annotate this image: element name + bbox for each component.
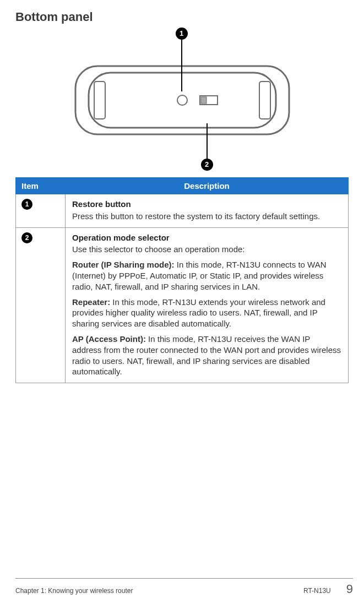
row2-item-cell: 2	[16, 227, 66, 383]
page-footer: Chapter 1: Knowing your wireless router …	[15, 578, 353, 596]
callout-2-badge: 2	[201, 159, 213, 171]
row2-mode-router: Router (IP Sharing mode): In this mode, …	[72, 259, 341, 292]
footer-page-number: 9	[346, 582, 353, 596]
row2-mode-ap: AP (Access Point): In this mode, RT-N13U…	[72, 334, 341, 377]
row2-badge: 2	[21, 232, 32, 243]
row1-title: Restore button	[72, 199, 341, 210]
row1-desc-cell: Restore button Press this button to rest…	[66, 194, 349, 228]
description-table: Item Description 1 Restore button Press …	[15, 177, 349, 383]
row2-title: Operation mode selector	[72, 232, 341, 243]
table-row: 2 Operation mode selector Use this selec…	[16, 227, 349, 383]
mode-repeater-text: In this mode, RT-N13U extends your wirel…	[72, 297, 325, 329]
row2-desc-cell: Operation mode selector Use this selecto…	[66, 227, 349, 383]
svg-rect-6	[201, 97, 207, 104]
leader-line-1	[181, 40, 182, 91]
leader-line-2	[207, 123, 208, 159]
mode-ap-label: AP (Access Point):	[72, 334, 146, 344]
table-row: 1 Restore button Press this button to re…	[16, 194, 349, 228]
callout-1-badge: 1	[176, 28, 188, 40]
section-title: Bottom panel	[15, 10, 349, 24]
mode-repeater-label: Repeater:	[72, 297, 110, 307]
bottom-panel-diagram: 1 2	[72, 28, 292, 171]
footer-model: RT-N13U	[303, 587, 331, 595]
footer-chapter: Chapter 1: Knowing your wireless router	[15, 587, 303, 595]
header-item: Item	[16, 178, 66, 194]
mode-router-label: Router (IP Sharing mode):	[72, 260, 175, 269]
table-header-row: Item Description	[16, 178, 349, 194]
device-outline-svg	[72, 56, 292, 144]
header-description: Description	[66, 178, 349, 194]
row1-item-cell: 1	[16, 194, 66, 228]
svg-point-4	[177, 95, 187, 105]
row1-badge: 1	[21, 199, 32, 210]
row2-intro: Use this selector to choose an operation…	[72, 244, 341, 255]
row1-intro: Press this button to restore the system …	[72, 211, 341, 222]
row2-mode-repeater: Repeater: In this mode, RT-N13U extends …	[72, 297, 341, 329]
svg-rect-2	[94, 81, 105, 119]
svg-rect-3	[259, 81, 270, 119]
